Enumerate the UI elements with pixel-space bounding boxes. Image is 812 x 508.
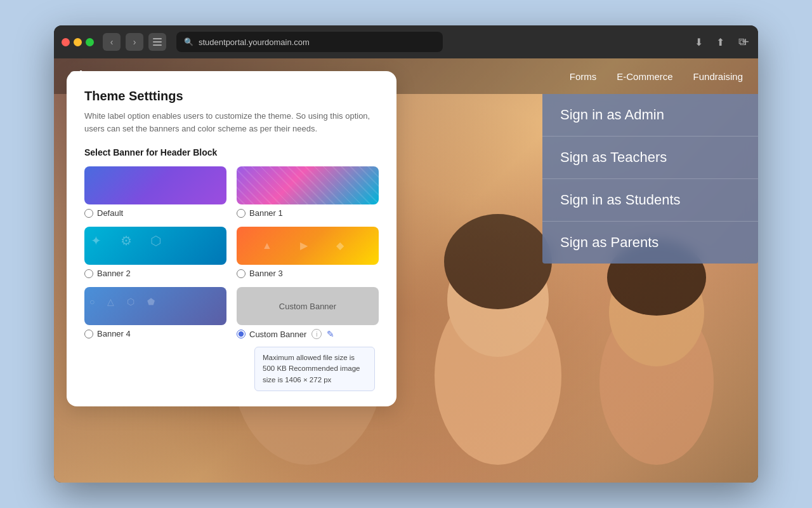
banner-item-2: Banner 2 xyxy=(84,227,226,278)
new-tab-button[interactable]: + xyxy=(738,34,753,50)
banner-text-2: Banner 2 xyxy=(97,269,131,278)
banner-preview-3[interactable] xyxy=(237,227,379,265)
svg-rect-0 xyxy=(153,38,162,39)
signin-students[interactable]: Sign in as Students xyxy=(542,179,758,222)
signin-teachers[interactable]: Sign as Teachers xyxy=(542,137,758,179)
banner-label-3[interactable]: Banner 3 xyxy=(237,269,379,278)
banner-label-2[interactable]: Banner 2 xyxy=(84,269,226,278)
banner-item-default: Default xyxy=(84,166,226,218)
banner-radio-1[interactable] xyxy=(237,209,246,218)
site-nav-links: Forms E-Commerce Fundraising xyxy=(570,71,743,82)
banner-item-3: Banner 3 xyxy=(237,227,379,278)
browser-content: Classe35 Forms E-Commerce Fundraising Si… xyxy=(54,58,758,483)
tooltip-box: Maximum allowed file size is 500 KB Reco… xyxy=(254,347,375,391)
tooltip-text: Maximum allowed file size is 500 KB Reco… xyxy=(263,354,360,384)
banner-radio-3[interactable] xyxy=(237,269,246,278)
address-text: studentportal.yourdomain.com xyxy=(199,37,310,47)
banner-text-1: Banner 1 xyxy=(249,208,283,218)
back-button[interactable]: ‹ xyxy=(103,33,121,51)
theme-settings-panel: Theme Setttings White label option enabl… xyxy=(67,71,396,406)
svg-rect-1 xyxy=(153,41,162,43)
banner-text-3: Banner 3 xyxy=(249,269,283,278)
banner-preview-default[interactable] xyxy=(84,166,226,204)
banner-grid: Default Banner 1 Banner 2 xyxy=(84,166,379,391)
svg-point-12 xyxy=(444,214,552,309)
banner-text-custom: Custom Banner xyxy=(249,330,306,339)
browser-window: ‹ › 🔍 studentportal.yourdomain.com ⬇ ⬆ ⧉… xyxy=(54,25,758,483)
banner-preview-4[interactable] xyxy=(84,287,226,325)
download-icon[interactable]: ⬇ xyxy=(690,33,707,51)
banner-preview-1[interactable] xyxy=(237,166,379,204)
banner-preview-custom[interactable]: Custom Banner xyxy=(237,287,379,325)
minimize-button[interactable] xyxy=(74,38,82,46)
custom-banner-text: Custom Banner xyxy=(279,302,336,311)
nav-forms[interactable]: Forms xyxy=(570,71,597,82)
banner-radio-default[interactable] xyxy=(84,209,93,218)
banner-radio-2[interactable] xyxy=(84,269,93,278)
share-icon[interactable]: ⬆ xyxy=(711,33,729,51)
banner-radio-4[interactable] xyxy=(84,330,93,338)
close-button[interactable] xyxy=(62,38,70,46)
forward-button[interactable]: › xyxy=(126,33,143,51)
nav-ecommerce[interactable]: E-Commerce xyxy=(617,71,672,82)
dropdown-menu: Sign in as Admin Sign as Teachers Sign i… xyxy=(542,94,758,264)
banner-section-title: Select Banner for Header Block xyxy=(84,147,379,157)
signin-parents[interactable]: Sign as Parents xyxy=(542,222,758,264)
banner-item-1: Banner 1 xyxy=(237,166,379,218)
maximize-button[interactable] xyxy=(86,38,94,46)
banner-item-custom: Custom Banner Custom Banner i ✎ Maximum … xyxy=(237,287,379,391)
info-icon[interactable]: i xyxy=(311,329,322,339)
nav-fundraising[interactable]: Fundraising xyxy=(693,71,743,82)
banner-label-custom[interactable]: Custom Banner xyxy=(237,330,306,339)
edit-icon[interactable]: ✎ xyxy=(327,329,334,339)
banner-text-default: Default xyxy=(97,208,123,218)
signin-admin[interactable]: Sign in as Admin xyxy=(542,94,758,137)
banner-preview-2[interactable] xyxy=(84,227,226,265)
banner-item-4: Banner 4 xyxy=(84,287,226,391)
custom-banner-row: Custom Banner i ✎ xyxy=(237,329,379,339)
banner-text-4: Banner 4 xyxy=(97,329,131,338)
panel-title: Theme Setttings xyxy=(84,89,379,104)
address-bar[interactable]: 🔍 studentportal.yourdomain.com xyxy=(176,32,443,52)
banner-label-1[interactable]: Banner 1 xyxy=(237,208,379,218)
traffic-lights xyxy=(62,38,94,46)
banner-radio-custom[interactable] xyxy=(237,330,246,338)
banner-label-4[interactable]: Banner 4 xyxy=(84,329,226,338)
panel-description: White label option enables users to cust… xyxy=(84,110,379,135)
browser-chrome: ‹ › 🔍 studentportal.yourdomain.com ⬇ ⬆ ⧉… xyxy=(54,25,758,58)
search-icon: 🔍 xyxy=(184,37,193,46)
banner-label-default[interactable]: Default xyxy=(84,208,226,218)
sidebar-button[interactable] xyxy=(148,33,166,51)
svg-rect-2 xyxy=(153,44,162,46)
